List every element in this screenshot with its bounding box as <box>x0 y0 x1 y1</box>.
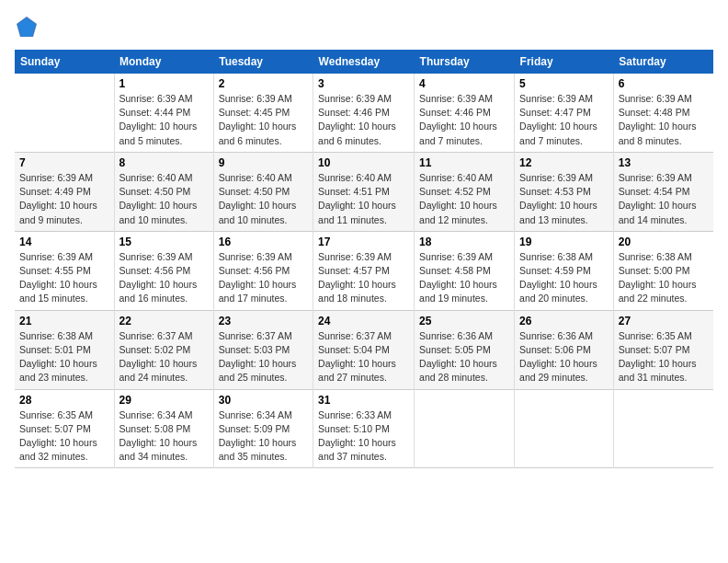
day-info: Sunrise: 6:39 AMSunset: 4:44 PMDaylight:… <box>119 92 209 148</box>
calendar-cell: 18Sunrise: 6:39 AMSunset: 4:58 PMDayligh… <box>415 231 515 310</box>
calendar-cell: 17Sunrise: 6:39 AMSunset: 4:57 PMDayligh… <box>313 231 415 310</box>
calendar-cell: 7Sunrise: 6:39 AMSunset: 4:49 PMDaylight… <box>15 152 114 231</box>
day-info: Sunrise: 6:35 AMSunset: 5:07 PMDaylight:… <box>19 408 109 465</box>
day-info: Sunrise: 6:39 AMSunset: 4:54 PMDaylight:… <box>619 171 709 227</box>
day-number: 13 <box>619 156 709 169</box>
col-header-saturday: Saturday <box>613 50 713 74</box>
day-info: Sunrise: 6:39 AMSunset: 4:47 PMDaylight:… <box>519 92 609 148</box>
calendar-cell: 3Sunrise: 6:39 AMSunset: 4:46 PMDaylight… <box>313 74 415 152</box>
calendar-table: SundayMondayTuesdayWednesdayThursdayFrid… <box>15 50 713 468</box>
calendar-cell: 27Sunrise: 6:35 AMSunset: 5:07 PMDayligh… <box>613 310 713 389</box>
calendar-cell: 13Sunrise: 6:39 AMSunset: 4:54 PMDayligh… <box>613 152 713 231</box>
day-info: Sunrise: 6:39 AMSunset: 4:48 PMDaylight:… <box>619 92 709 148</box>
calendar-cell: 31Sunrise: 6:33 AMSunset: 5:10 PMDayligh… <box>313 389 415 468</box>
calendar-cell: 15Sunrise: 6:39 AMSunset: 4:56 PMDayligh… <box>114 231 213 310</box>
calendar-cell: 24Sunrise: 6:37 AMSunset: 5:04 PMDayligh… <box>313 310 415 389</box>
day-number: 29 <box>119 394 209 407</box>
day-number: 1 <box>119 77 209 90</box>
day-number: 4 <box>419 77 509 90</box>
col-header-friday: Friday <box>515 50 614 74</box>
day-number: 17 <box>318 236 409 248</box>
day-number: 18 <box>419 236 509 248</box>
day-info: Sunrise: 6:39 AMSunset: 4:53 PMDaylight:… <box>519 171 609 227</box>
day-info: Sunrise: 6:40 AMSunset: 4:50 PMDaylight:… <box>219 171 308 227</box>
day-info: Sunrise: 6:33 AMSunset: 5:10 PMDaylight:… <box>318 408 409 465</box>
calendar-cell <box>515 389 614 468</box>
day-number: 7 <box>19 156 109 169</box>
calendar-cell: 30Sunrise: 6:34 AMSunset: 5:09 PMDayligh… <box>213 389 313 468</box>
day-info: Sunrise: 6:40 AMSunset: 4:52 PMDaylight:… <box>419 171 509 227</box>
day-number: 9 <box>219 156 308 169</box>
day-info: Sunrise: 6:39 AMSunset: 4:46 PMDaylight:… <box>419 92 509 148</box>
day-info: Sunrise: 6:39 AMSunset: 4:58 PMDaylight:… <box>419 250 509 306</box>
col-header-monday: Monday <box>114 50 213 74</box>
day-number: 26 <box>519 315 609 327</box>
day-info: Sunrise: 6:35 AMSunset: 5:07 PMDaylight:… <box>619 329 709 385</box>
day-info: Sunrise: 6:37 AMSunset: 5:04 PMDaylight:… <box>318 329 409 385</box>
calendar-cell: 10Sunrise: 6:40 AMSunset: 4:51 PMDayligh… <box>313 152 415 231</box>
calendar-cell: 1Sunrise: 6:39 AMSunset: 4:44 PMDaylight… <box>114 74 213 152</box>
day-info: Sunrise: 6:36 AMSunset: 5:06 PMDaylight:… <box>519 329 609 385</box>
calendar-cell <box>613 389 713 468</box>
logo <box>15 15 40 39</box>
day-info: Sunrise: 6:39 AMSunset: 4:46 PMDaylight:… <box>318 92 409 148</box>
day-number: 6 <box>619 77 709 90</box>
calendar-cell: 21Sunrise: 6:38 AMSunset: 5:01 PMDayligh… <box>15 310 114 389</box>
calendar-cell: 19Sunrise: 6:38 AMSunset: 4:59 PMDayligh… <box>515 231 614 310</box>
day-info: Sunrise: 6:39 AMSunset: 4:55 PMDaylight:… <box>19 250 109 306</box>
day-number: 20 <box>619 236 709 248</box>
day-info: Sunrise: 6:37 AMSunset: 5:03 PMDaylight:… <box>219 329 308 385</box>
day-number: 10 <box>318 156 409 169</box>
day-number: 22 <box>119 315 209 327</box>
day-number: 14 <box>19 236 109 248</box>
calendar-cell: 28Sunrise: 6:35 AMSunset: 5:07 PMDayligh… <box>15 389 114 468</box>
calendar-cell: 22Sunrise: 6:37 AMSunset: 5:02 PMDayligh… <box>114 310 213 389</box>
calendar-cell: 2Sunrise: 6:39 AMSunset: 4:45 PMDaylight… <box>213 74 313 152</box>
day-info: Sunrise: 6:39 AMSunset: 4:49 PMDaylight:… <box>19 171 109 227</box>
day-number: 19 <box>519 236 609 248</box>
calendar-cell: 8Sunrise: 6:40 AMSunset: 4:50 PMDaylight… <box>114 152 213 231</box>
day-number: 23 <box>219 315 308 327</box>
day-number: 21 <box>19 315 109 327</box>
calendar-cell: 25Sunrise: 6:36 AMSunset: 5:05 PMDayligh… <box>415 310 515 389</box>
day-number: 31 <box>318 394 409 407</box>
calendar-cell <box>415 389 515 468</box>
day-number: 8 <box>119 156 209 169</box>
day-number: 2 <box>219 77 308 90</box>
day-number: 3 <box>318 77 409 90</box>
calendar-cell: 11Sunrise: 6:40 AMSunset: 4:52 PMDayligh… <box>415 152 515 231</box>
calendar-cell: 23Sunrise: 6:37 AMSunset: 5:03 PMDayligh… <box>213 310 313 389</box>
calendar-cell: 16Sunrise: 6:39 AMSunset: 4:56 PMDayligh… <box>213 231 313 310</box>
logo-icon <box>15 15 39 39</box>
day-info: Sunrise: 6:37 AMSunset: 5:02 PMDaylight:… <box>119 329 209 385</box>
day-number: 16 <box>219 236 308 248</box>
day-info: Sunrise: 6:38 AMSunset: 5:01 PMDaylight:… <box>19 329 109 385</box>
day-info: Sunrise: 6:34 AMSunset: 5:09 PMDaylight:… <box>219 408 308 465</box>
calendar-cell: 29Sunrise: 6:34 AMSunset: 5:08 PMDayligh… <box>114 389 213 468</box>
day-number: 11 <box>419 156 509 169</box>
calendar-cell <box>15 74 114 152</box>
day-number: 30 <box>219 394 308 407</box>
col-header-wednesday: Wednesday <box>313 50 415 74</box>
day-number: 5 <box>519 77 609 90</box>
day-number: 25 <box>419 315 509 327</box>
day-number: 28 <box>19 394 109 407</box>
day-number: 24 <box>318 315 409 327</box>
day-info: Sunrise: 6:34 AMSunset: 5:08 PMDaylight:… <box>119 408 209 465</box>
day-info: Sunrise: 6:39 AMSunset: 4:45 PMDaylight:… <box>219 92 308 148</box>
day-info: Sunrise: 6:39 AMSunset: 4:56 PMDaylight:… <box>119 250 209 306</box>
calendar-cell: 20Sunrise: 6:38 AMSunset: 5:00 PMDayligh… <box>613 231 713 310</box>
calendar-cell: 12Sunrise: 6:39 AMSunset: 4:53 PMDayligh… <box>515 152 614 231</box>
calendar-cell: 4Sunrise: 6:39 AMSunset: 4:46 PMDaylight… <box>415 74 515 152</box>
day-number: 15 <box>119 236 209 248</box>
col-header-sunday: Sunday <box>15 50 114 74</box>
calendar-cell: 26Sunrise: 6:36 AMSunset: 5:06 PMDayligh… <box>515 310 614 389</box>
day-info: Sunrise: 6:40 AMSunset: 4:50 PMDaylight:… <box>119 171 209 227</box>
day-info: Sunrise: 6:36 AMSunset: 5:05 PMDaylight:… <box>419 329 509 385</box>
day-number: 27 <box>619 315 709 327</box>
col-header-tuesday: Tuesday <box>213 50 313 74</box>
page-header <box>15 15 713 39</box>
day-info: Sunrise: 6:39 AMSunset: 4:56 PMDaylight:… <box>219 250 308 306</box>
day-number: 12 <box>519 156 609 169</box>
calendar-cell: 9Sunrise: 6:40 AMSunset: 4:50 PMDaylight… <box>213 152 313 231</box>
